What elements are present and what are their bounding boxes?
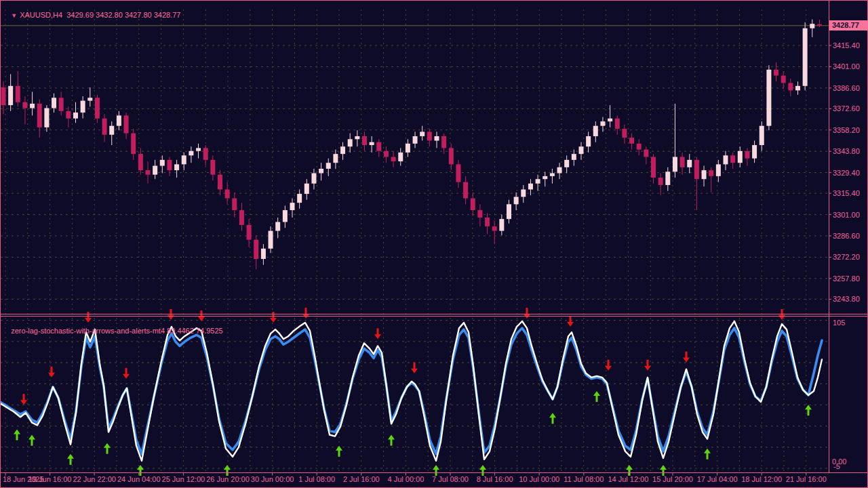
candle-body [456, 164, 460, 182]
price-axis-label: 3401.00 [833, 62, 860, 70]
buy-arrow-icon [479, 465, 486, 470]
candle-body [542, 176, 547, 179]
candle-body [788, 83, 793, 90]
candle-body [492, 226, 497, 231]
sell-arrow-icon [125, 368, 127, 375]
sell-arrow-icon [273, 312, 275, 319]
sell-arrow-icon [305, 308, 307, 314]
buy-arrow-icon [16, 433, 18, 440]
candlestick-plot[interactable] [1, 20, 822, 270]
sell-arrow-icon [23, 394, 25, 401]
sell-arrow-icon [686, 352, 688, 359]
candle-body [81, 101, 85, 113]
candle-body [340, 146, 345, 154]
window-frame [0, 0, 868, 488]
candle-body [752, 145, 757, 159]
candle-body [521, 190, 526, 197]
candle-body [687, 160, 692, 167]
candle-body [319, 169, 323, 174]
buy-arrow-icon [596, 395, 598, 402]
candle-body [174, 164, 179, 170]
candle-body [724, 155, 728, 164]
time-axis-label: 10 Jul 00:00 [519, 475, 559, 483]
candle-body [44, 108, 49, 127]
indicator-value-2: 74.9525 [196, 327, 223, 335]
indicator-value-1: 89.4462 [167, 327, 194, 335]
candle-body [59, 98, 64, 111]
candle-body [196, 148, 201, 150]
candle-body [427, 131, 432, 140]
candle-body [528, 184, 533, 190]
sell-arrow-icon [526, 308, 528, 314]
time-axis-label: 30 Jun 00:00 [251, 475, 294, 483]
candle-body [398, 152, 403, 161]
buy-arrow-icon [28, 435, 35, 440]
time-axis-label: 11 Jul 08:00 [564, 475, 604, 483]
buy-arrow-icon [808, 409, 810, 415]
time-axis-label: 2 Jul 16:00 [343, 475, 380, 483]
buy-arrow-icon [106, 447, 108, 454]
stochastic-blue-line [0, 328, 822, 454]
time-axis-label: 8 Jul 16:00 [477, 475, 513, 483]
candle-body [95, 98, 100, 119]
sell-arrow-icon [374, 334, 381, 339]
candle-body [716, 164, 721, 176]
candle-body [1, 87, 6, 105]
candle-body [572, 154, 576, 160]
candle-body [536, 179, 540, 184]
time-axis-label: 18 Jul 12:00 [741, 475, 782, 483]
candle-body [795, 86, 800, 91]
candle-body [673, 157, 677, 172]
time-axis-label: 25 Jun 12:00 [162, 475, 205, 483]
time-axis-label: 1 Jul 08:00 [298, 475, 335, 483]
candle-body [781, 76, 786, 83]
candle-body [774, 70, 778, 76]
symbol-dropdown-icon[interactable]: ▼ [11, 12, 17, 19]
price-axis-label: 3301.00 [833, 211, 860, 219]
buy-arrow-icon [660, 465, 667, 470]
candle-body [52, 98, 56, 108]
buy-arrow-icon [31, 439, 33, 446]
sell-arrow-icon [605, 366, 612, 371]
candle-body [665, 171, 670, 185]
sell-arrow-icon [567, 322, 574, 327]
time-axis-label: 26 Jun 20:00 [206, 475, 250, 483]
candle-body [471, 199, 475, 210]
sell-arrow-icon [644, 366, 651, 371]
price-axis-label: 3272.20 [833, 253, 860, 261]
candle-body [87, 98, 92, 100]
sell-arrow-icon [48, 373, 55, 378]
candle-body [586, 136, 591, 146]
current-price-tag: 3428.77 [829, 20, 868, 30]
candle-body [362, 136, 367, 145]
candle-body [702, 170, 707, 179]
candle-body [37, 104, 42, 127]
candle-body [557, 167, 562, 174]
candle-body [247, 225, 252, 240]
chart-graphics[interactable] [0, 0, 868, 488]
indicator-name: zero-lag-stochastic-with-arrows-and-aler… [11, 327, 165, 335]
buy-arrow-icon [704, 449, 711, 453]
candle-body [355, 136, 359, 139]
candle-body [608, 119, 612, 121]
candle-body [73, 113, 78, 119]
buy-arrow-icon [137, 465, 144, 470]
candle-body [117, 115, 121, 125]
candle-body [499, 219, 504, 230]
candle-body [210, 160, 215, 175]
candle-body [376, 142, 381, 151]
buy-arrow-icon [388, 435, 395, 440]
candle-body [326, 163, 331, 169]
candle-body [239, 210, 244, 225]
candle-body [449, 148, 454, 164]
time-axis-label: 21 Jul 16:00 [786, 475, 827, 483]
buy-arrow-icon [67, 454, 74, 459]
candle-body [738, 151, 743, 163]
buy-arrow-icon [433, 465, 439, 470]
time-axis-label: 19 Jun 16:00 [28, 475, 72, 483]
candle-body [261, 249, 266, 259]
price-axis-label: 3386.60 [833, 84, 860, 92]
candle-body [254, 240, 258, 259]
candle-body [370, 142, 374, 145]
candle-body [102, 119, 107, 135]
